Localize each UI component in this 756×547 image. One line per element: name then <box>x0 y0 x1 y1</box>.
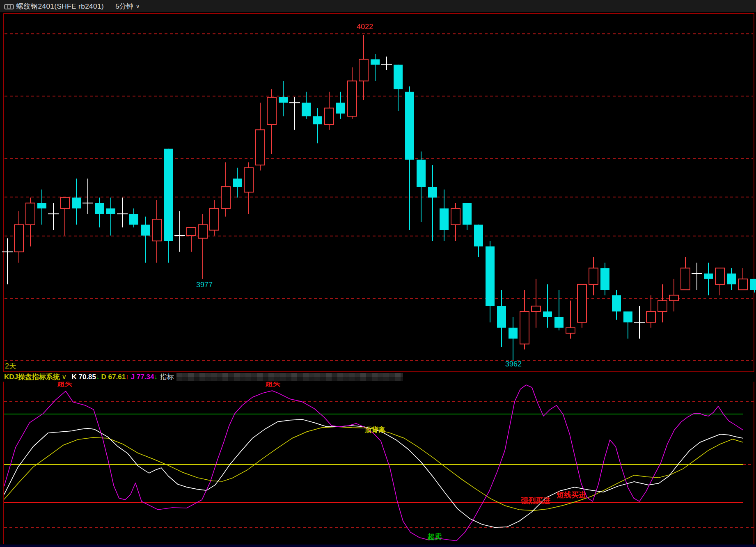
arrow-up-icon: ↑ <box>126 373 129 381</box>
kdj-annotation: 短线买进 <box>556 491 586 499</box>
kdj-j-line <box>4 385 743 541</box>
candle <box>394 65 403 111</box>
candle <box>152 200 161 263</box>
censored-text-blur <box>176 373 403 381</box>
candle <box>14 211 23 263</box>
candle <box>37 190 46 225</box>
candle <box>566 301 575 339</box>
kdj-j-label: J 77.34 <box>131 373 154 381</box>
candle <box>417 151 426 222</box>
candle <box>405 87 414 230</box>
kdj-d-label: D 67.61 <box>101 373 126 381</box>
candlestick-chart-canvas[interactable]: 4022397739622天超买超买顶背离强烈买进短线买进超卖 <box>0 0 756 547</box>
candle <box>313 108 322 143</box>
candle <box>289 97 300 130</box>
candle <box>26 198 35 247</box>
candle <box>738 268 747 290</box>
candle <box>634 306 645 339</box>
candle <box>279 81 288 116</box>
kdj-k-label: K 70.85 <box>71 373 96 381</box>
candle <box>198 214 207 279</box>
price-label: 3962 <box>505 360 522 368</box>
price-label: 2天 <box>5 362 16 370</box>
candle <box>658 284 667 323</box>
candle <box>117 198 128 228</box>
candle <box>244 162 253 214</box>
candle <box>474 225 483 257</box>
kdj-annotation: 强烈买进 <box>521 497 550 505</box>
kdj-d-value: 67.61 <box>108 373 126 381</box>
candle <box>141 217 150 263</box>
candle <box>750 279 756 293</box>
candle <box>348 67 357 119</box>
candle <box>60 198 69 236</box>
main-chart-border <box>4 14 754 372</box>
kdj-k-value: 70.85 <box>78 373 96 381</box>
candle <box>451 203 460 241</box>
candle <box>531 279 541 328</box>
kdj-k-line <box>4 419 743 527</box>
candle <box>221 162 230 217</box>
candle <box>509 317 518 360</box>
candle <box>463 203 472 230</box>
price-label: 3977 <box>196 281 213 289</box>
candle <box>704 263 713 295</box>
candle <box>129 208 138 227</box>
bottom-edge-strip <box>0 545 756 547</box>
candle <box>95 198 104 228</box>
candle <box>715 268 724 295</box>
candle <box>646 295 655 327</box>
candle <box>554 290 564 330</box>
candle <box>486 241 495 322</box>
candle <box>727 268 736 290</box>
candle <box>48 203 59 230</box>
candle <box>600 263 609 295</box>
candle <box>428 165 437 241</box>
candle <box>72 179 81 224</box>
candle <box>681 257 690 290</box>
candle <box>233 168 242 198</box>
chevron-down-icon[interactable]: ∨ <box>62 373 66 381</box>
candle <box>623 311 632 339</box>
arrow-down-icon: ↓ <box>154 373 158 381</box>
candle <box>256 103 265 170</box>
candle <box>187 227 196 252</box>
kdj-d-line <box>4 427 743 510</box>
trading-terminal: 4022397739622天超买超买顶背离强烈买进短线买进超卖 螺纹钢2401(… <box>0 0 756 547</box>
kdj-annotation: 超卖 <box>427 533 442 541</box>
candle <box>210 200 219 236</box>
candle <box>325 92 334 130</box>
candle <box>440 190 449 241</box>
chevron-down-icon[interactable]: ∨ <box>136 3 140 9</box>
candle <box>82 179 93 214</box>
candle <box>164 149 173 263</box>
candle <box>267 89 276 154</box>
candle <box>669 279 678 311</box>
candle <box>589 257 598 295</box>
kdj-j-value: 77.34 <box>137 373 154 381</box>
kdj-system-name[interactable]: KDJ操盘指标系统 <box>4 372 60 382</box>
kdj-annotation: 顶背离 <box>364 426 385 434</box>
link-icon <box>4 4 13 9</box>
candle <box>371 54 380 81</box>
candle <box>692 263 702 290</box>
timeframe-selector[interactable]: 5分钟 <box>115 2 133 11</box>
candle <box>577 284 586 328</box>
candle <box>497 290 506 347</box>
kdj-indicator-bar: KDJ操盘指标系统 ∨ K 70.85 ↓ D 67.61 ↑ J 77.34 … <box>0 372 756 382</box>
candle <box>612 290 621 320</box>
candle <box>381 57 392 70</box>
candle <box>106 198 115 236</box>
candle <box>174 211 185 252</box>
title-bar: 螺纹钢2401(SHFE rb2401) 5分钟 ∨ <box>0 0 756 12</box>
candle <box>543 284 552 328</box>
price-label: 4022 <box>357 23 373 31</box>
kdj-suffix-label: 指标 <box>160 372 174 382</box>
instrument-title[interactable]: 螺纹钢2401(SHFE rb2401) <box>16 2 104 11</box>
candle <box>359 35 368 100</box>
arrow-down-icon: ↓ <box>96 373 100 381</box>
